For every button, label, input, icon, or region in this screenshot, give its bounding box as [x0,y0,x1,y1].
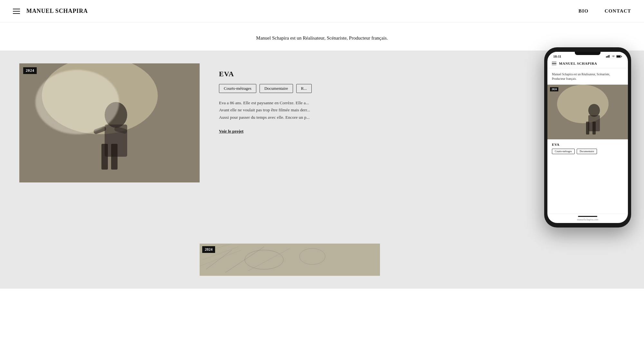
project-eva-link[interactable]: Voir le projet [219,129,243,134]
project-eva-card: 2024 EVA Courts-métrages Documentaire R.… [19,63,625,182]
phone-home-indicator [578,216,597,217]
tag-r[interactable]: R... [296,84,312,93]
project-eva-year: 2024 [23,67,37,74]
phone-notch [575,52,601,55]
second-project-image: 2024 [200,244,380,276]
wifi-icon [612,55,615,58]
phone-project-info: EVA Courts-métrages Documentaire [547,139,628,156]
phone-screen: 18:11 [547,52,628,223]
second-project-year: 2024 [202,246,215,253]
phone-tag-courts: Courts-métrages [552,149,575,154]
phone-time: 18:11 [553,54,561,58]
tag-courts-metrages[interactable]: Courts-métrages [219,84,256,93]
phone-tag-documentaire: Documentaire [577,149,597,154]
phone-outer: 18:11 [544,47,631,227]
hero-subtitle: Manuel Schapira est un Réalisateur, Scén… [0,23,644,51]
phone-header: MANUEL SCHAPIRA [547,60,628,68]
hamburger-menu-icon[interactable] [13,9,20,14]
svg-rect-10 [606,56,607,58]
phone-project-tags: Courts-métrages Documentaire [552,149,623,154]
phone-hamburger-icon [552,62,556,65]
phone-year-badge: 2024 [550,87,558,91]
phone-bottom-bar: manuelschapira.com [547,214,628,223]
main-content: 2024 EVA Courts-métrages Documentaire R.… [0,51,644,244]
project-eva-image [19,63,200,182]
svg-rect-13 [609,55,610,58]
second-project-wrap: 2024 [0,244,644,289]
phone-project-image: 2024 [547,85,628,139]
svg-rect-4 [101,144,108,170]
svg-point-18 [557,85,609,123]
svg-rect-5 [111,144,118,170]
phone-status-icons [606,55,622,58]
svg-rect-12 [608,55,609,58]
tag-documentaire[interactable]: Documentaire [260,84,293,93]
main-nav: BIO CONTACT [579,8,631,14]
phone-site-title: MANUEL SCHAPIRA [559,61,597,65]
svg-point-19 [588,104,600,117]
svg-rect-11 [607,56,608,58]
site-header: MANUEL SCHAPIRA BIO CONTACT [0,0,644,23]
phone-hero-text: Manuel Schapira est un Réalisateur, Scén… [547,68,628,85]
project-eva-image-wrap: 2024 [19,63,200,182]
svg-point-9 [35,70,119,134]
contact-nav-link[interactable]: CONTACT [605,8,631,14]
svg-rect-15 [617,56,620,57]
battery-icon [616,55,622,58]
signal-icon [606,55,611,58]
svg-rect-21 [586,122,589,135]
header-left: MANUEL SCHAPIRA [13,8,88,14]
svg-rect-16 [621,56,622,57]
phone-project-title: EVA [552,143,623,146]
bio-nav-link[interactable]: BIO [579,8,589,14]
site-title: MANUEL SCHAPIRA [26,8,88,14]
project-eva-description: Eva a 86 ans. Elle est paysanne en Corrè… [219,99,312,121]
project-eva-tags: Courts-métrages Documentaire R... [219,84,312,93]
project-eva-title: EVA [219,70,312,78]
project-eva-info: EVA Courts-métrages Documentaire R... Ev… [219,63,312,134]
svg-rect-32 [200,244,380,276]
phone-mockup: 18:11 [544,47,631,227]
phone-website-url: manuelschapira.com [577,218,598,221]
svg-rect-22 [592,122,596,135]
